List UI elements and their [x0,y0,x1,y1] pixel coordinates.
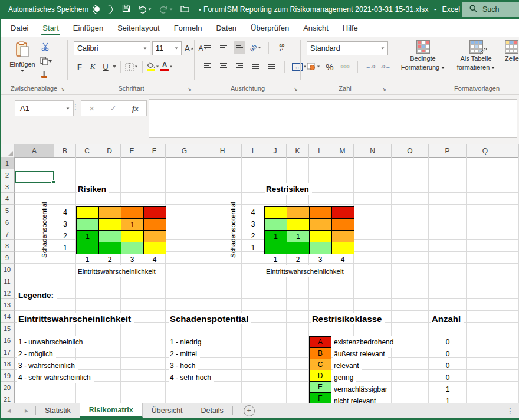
cell-A21[interactable] [15,393,54,403]
copy-dropdown-icon[interactable] [48,60,52,63]
matrix-row-label[interactable]: 4 [54,206,76,218]
cell-I1[interactable] [242,158,264,169]
matrix-cell[interactable] [121,231,144,242]
cell-N8[interactable] [354,240,392,252]
fill-color-button[interactable] [147,60,159,73]
column-header-B[interactable]: B [54,144,76,158]
cell-O4[interactable] [392,193,429,205]
cell-K12[interactable] [287,287,309,299]
cell-C1[interactable] [76,158,98,169]
cell-K19[interactable] [287,370,309,382]
matrix-cell[interactable] [144,207,166,219]
cell-E1[interactable] [121,158,143,169]
orientation-button[interactable]: ab [249,41,261,54]
cell-J1[interactable] [264,158,287,169]
cell-M13[interactable] [331,299,354,311]
accounting-format-button[interactable] [307,60,320,73]
selected-cell-outline[interactable] [15,171,54,183]
cell-D20[interactable] [98,382,121,393]
cell-L1[interactable] [309,158,331,169]
cell-G5[interactable] [166,205,203,216]
align-top-button[interactable] [202,41,213,54]
cell-N5[interactable] [354,205,392,216]
cell-K11[interactable] [287,275,309,287]
cell-G10[interactable] [166,264,203,275]
cell-D13[interactable] [98,299,121,311]
cell-Q2[interactable] [467,169,504,181]
font-color-button[interactable]: A [160,60,173,73]
cell-D11[interactable] [98,275,121,287]
decrease-indent-button[interactable] [249,60,261,73]
row-header-12[interactable]: 12 [0,287,15,299]
riskclass-label[interactable]: äußerst relevant [333,348,388,360]
undo-button[interactable] [138,5,152,14]
cell-Q21[interactable] [467,393,504,403]
cell-O2[interactable] [392,169,429,181]
matrix-cell[interactable] [121,242,144,254]
riskclass-label[interactable]: relevant [333,360,362,372]
matrix-cell[interactable] [121,207,144,219]
column-header-E[interactable]: E [121,144,143,158]
cell-K2[interactable] [287,169,309,181]
row-header-3[interactable]: 3 [0,181,15,193]
cell-I11[interactable] [242,275,264,287]
sheet-tab-details[interactable]: Details [192,403,232,418]
matrix-cell[interactable] [332,219,354,231]
cell-B4[interactable] [54,193,76,205]
cell-G11[interactable] [166,275,203,287]
cell-N10[interactable] [354,264,392,275]
cell-L15[interactable] [309,323,331,334]
name-box[interactable]: A1 [15,100,74,116]
riskclass-count[interactable]: 0 [429,360,467,372]
matrix-cell[interactable] [99,207,121,219]
cell-K20[interactable] [287,382,309,393]
legend-item[interactable]: 2 - mittel [169,348,200,360]
matrix-y-axis-label[interactable]: Schadenspotential [226,196,239,264]
cell-H12[interactable] [203,287,242,299]
cell-M1[interactable] [331,158,354,169]
cell-I12[interactable] [242,287,264,299]
cell-F4[interactable] [143,193,166,205]
matrix-cell[interactable] [310,242,332,254]
cell-J15[interactable] [264,323,287,334]
sheet-nav-left-icon[interactable]: ◀ [0,403,18,418]
riskclass-count[interactable]: 0 [429,348,467,360]
underline-dropdown-icon[interactable] [113,65,116,68]
autosave-toggle[interactable] [93,5,113,14]
cell-B21[interactable] [54,393,76,403]
row-header-16[interactable]: 16 [0,334,15,346]
cell-B11[interactable] [54,275,76,287]
column-header-D[interactable]: D [98,144,121,158]
cell-C20[interactable] [76,382,98,393]
matrix-cell[interactable] [77,242,99,254]
cell-C4[interactable] [76,193,98,205]
ribbon-tab-formeln[interactable]: Formeln [167,19,209,37]
name-box-dropdown-icon[interactable] [67,107,70,109]
cell-O15[interactable] [392,323,429,334]
cell-G4[interactable] [166,193,203,205]
cell-I18[interactable] [242,358,264,370]
search-box[interactable]: Such [462,2,519,17]
matrix-row-label[interactable]: 3 [54,218,76,230]
ribbon-tab-start[interactable]: Start [35,19,65,37]
cell-P1[interactable] [429,158,467,169]
row-header-13[interactable]: 13 [0,299,15,311]
cell-N4[interactable] [354,193,392,205]
cell-H15[interactable] [203,323,242,334]
cell-C11[interactable] [76,275,98,287]
cell-J12[interactable] [264,287,287,299]
italic-button[interactable]: K [87,60,98,73]
number-format-combo[interactable]: Standard [307,41,388,55]
cell-E4[interactable] [121,193,143,205]
cell-Q6[interactable] [467,216,504,228]
increase-indent-button[interactable] [265,60,277,73]
row-header-6[interactable]: 6 [0,216,15,228]
cell-I13[interactable] [242,299,264,311]
cell-Q19[interactable] [467,370,504,382]
cell-Q8[interactable] [467,240,504,252]
matrix-col-label[interactable]: 2 [98,254,121,265]
riskclass-swatch-B[interactable]: B [309,347,331,359]
cell-Q7[interactable] [467,228,504,240]
cell-F17[interactable] [143,346,166,358]
cell-H17[interactable] [203,346,242,358]
